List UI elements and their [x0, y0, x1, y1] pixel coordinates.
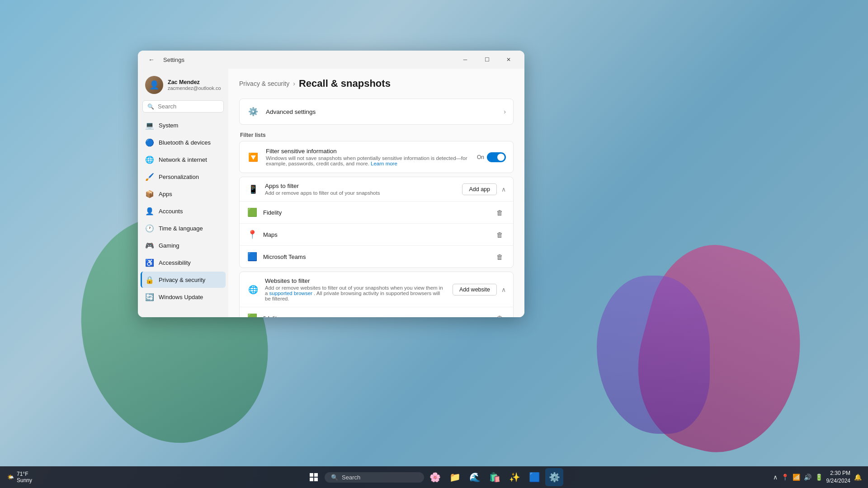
sidebar-item-label-gaming: Gaming: [159, 242, 179, 249]
apps-filter-right: Add app ∧: [462, 183, 506, 195]
filter-sensitive-subtitle: Windows will not save snapshots when pot…: [266, 155, 471, 166]
taskbar-search-box[interactable]: 🔍 Search: [325, 472, 424, 483]
sidebar-item-label-accessibility: Accessibility: [159, 259, 191, 266]
apps-filter-header[interactable]: 📱 Apps to filter Add or remove apps to f…: [240, 177, 513, 202]
delete-teams-button[interactable]: 🗑: [493, 250, 506, 263]
taskbar-copilot-icon[interactable]: ✨: [505, 468, 524, 486]
advanced-settings-row[interactable]: ⚙️ Advanced settings ›: [240, 99, 513, 124]
settings-window: ← Settings ─ ☐ ✕ 👤 Zac Mendez zacmendez@…: [138, 51, 524, 317]
apps-collapse-icon: ∧: [501, 186, 506, 193]
websites-filter-content: Websites to filter Add or remove website…: [265, 277, 447, 301]
sidebar-item-label-network: Network & internet: [159, 156, 207, 163]
taskbar-settings-icon[interactable]: ⚙️: [545, 468, 563, 486]
search-input[interactable]: [158, 103, 219, 110]
sidebar-item-system[interactable]: 💻 System: [141, 117, 226, 133]
teams-icon: 🟦: [247, 251, 258, 262]
weather-info: 71°F Sunny: [17, 471, 32, 483]
app-name-fidelity: Fidelity: [263, 209, 488, 216]
breadcrumb-separator: ›: [293, 80, 295, 87]
close-button[interactable]: ✕: [498, 52, 519, 67]
taskbar-left: 🌤️ 71°F Sunny: [0, 471, 36, 483]
filter-sensitive-title: Filter sensitive information: [266, 148, 471, 155]
user-email: zacmendez@outlook.com: [168, 85, 221, 91]
main-content: Privacy & security › Recall & snapshots …: [228, 69, 524, 317]
apps-filter-icon: 📱: [247, 183, 259, 196]
learn-more-link[interactable]: Learn more: [371, 161, 397, 166]
user-name: Zac Mendez: [168, 79, 221, 85]
breadcrumb-parent[interactable]: Privacy & security: [239, 80, 289, 87]
network-icon: 🌐: [145, 155, 154, 164]
sidebar-item-accounts[interactable]: 👤 Accounts: [141, 203, 226, 219]
sidebar-item-bluetooth[interactable]: 🔵 Bluetooth & devices: [141, 134, 226, 150]
sidebar-item-accessibility[interactable]: ♿ Accessibility: [141, 254, 226, 271]
sidebar-item-update[interactable]: 🔄 Windows Update: [141, 289, 226, 305]
sidebar-item-network[interactable]: 🌐 Network & internet: [141, 151, 226, 168]
add-app-button[interactable]: Add app: [462, 183, 497, 195]
advanced-settings-right: ›: [504, 108, 506, 115]
chevron-up-icon[interactable]: ∧: [772, 473, 778, 482]
taskbar-store-icon[interactable]: 🛍️: [486, 468, 504, 486]
sidebar-item-time[interactable]: 🕐 Time & language: [141, 220, 226, 236]
filter-sensitive-right: On: [477, 152, 506, 162]
user-section[interactable]: 👤 Zac Mendez zacmendez@outlook.com: [141, 72, 226, 99]
search-icon: 🔍: [147, 103, 154, 110]
websites-filter-header[interactable]: 🌐 Websites to filter Add or remove websi…: [240, 272, 513, 307]
weather-icon: 🌤️: [7, 474, 14, 480]
system-icon: 💻: [145, 121, 154, 130]
sidebar-search[interactable]: 🔍: [142, 100, 224, 113]
weather-widget: 🌤️ 71°F Sunny: [4, 471, 36, 483]
accounts-icon: 👤: [145, 206, 154, 216]
websites-filter-title: Websites to filter: [265, 277, 447, 284]
sidebar-item-privacy[interactable]: 🔒 Privacy & security: [141, 272, 226, 288]
taskbar-center: 🔍 Search 🌸 📁 🌊 🛍️ ✨ 🟦 ⚙️: [305, 468, 563, 486]
sidebar-item-label-time: Time & language: [159, 225, 203, 232]
gaming-icon: 🎮: [145, 241, 154, 250]
date-display: 9/24/2024: [826, 477, 850, 485]
apps-icon: 📦: [145, 189, 154, 198]
taskbar-search-icon: 🔍: [331, 474, 338, 481]
fidelity-web-icon: 🟩: [247, 313, 258, 317]
accessibility-icon: ♿: [145, 258, 154, 267]
delete-maps-button[interactable]: 🗑: [493, 228, 506, 241]
filter-lists-title: Filter lists: [239, 132, 514, 138]
window-titlebar: ← Settings ─ ☐ ✕: [138, 51, 524, 69]
add-website-button[interactable]: Add website: [453, 284, 497, 296]
filter-sensitive-content: Filter sensitive information Windows wil…: [266, 148, 471, 166]
taskbar-edge-icon[interactable]: 🌊: [466, 468, 484, 486]
weather-desc: Sunny: [17, 477, 32, 483]
user-info: Zac Mendez zacmendez@outlook.com: [168, 79, 221, 91]
advanced-settings-chevron: ›: [504, 108, 506, 115]
minimize-button[interactable]: ─: [455, 52, 476, 67]
svg-rect-2: [310, 478, 313, 481]
toggle-switch[interactable]: [487, 152, 506, 162]
taskbar-widgets-icon[interactable]: 🌸: [426, 468, 444, 486]
privacy-icon: 🔒: [145, 275, 154, 284]
svg-rect-0: [310, 473, 313, 477]
notification-icon[interactable]: 🔔: [853, 473, 863, 482]
breadcrumb: Privacy & security › Recall & snapshots: [239, 78, 514, 89]
delete-fidelity-web-button[interactable]: 🗑: [493, 312, 506, 317]
avatar: 👤: [145, 76, 163, 94]
websites-filter-card: 🌐 Websites to filter Add or remove websi…: [239, 272, 514, 317]
maximize-button[interactable]: ☐: [476, 52, 497, 67]
start-button[interactable]: [305, 468, 323, 486]
taskbar-teams-icon[interactable]: 🟦: [525, 468, 543, 486]
taskbar-files-icon[interactable]: 📁: [446, 468, 464, 486]
sidebar-item-apps[interactable]: 📦 Apps: [141, 186, 226, 202]
clock[interactable]: 2:30 PM 9/24/2024: [826, 469, 850, 485]
delete-fidelity-button[interactable]: 🗑: [493, 206, 506, 219]
sidebar-item-gaming[interactable]: 🎮 Gaming: [141, 237, 226, 253]
back-button[interactable]: ←: [145, 53, 158, 66]
supported-browser-link[interactable]: supported browser: [269, 291, 312, 296]
apps-filter-subtitle: Add or remove apps to filter out of your…: [265, 190, 457, 196]
sidebar-item-personalization[interactable]: 🖌️ Personalization: [141, 169, 226, 185]
volume-icon[interactable]: 🔊: [803, 473, 812, 482]
advanced-settings-icon: ⚙️: [247, 105, 259, 118]
window-body: 👤 Zac Mendez zacmendez@outlook.com 🔍 💻 S…: [138, 69, 524, 317]
sidebar: 👤 Zac Mendez zacmendez@outlook.com 🔍 💻 S…: [138, 69, 228, 317]
app-item-teams: 🟦 Microsoft Teams 🗑: [240, 246, 513, 267]
websites-collapse-icon: ∧: [501, 286, 506, 293]
sidebar-item-label-personalization: Personalization: [159, 174, 199, 180]
apps-filter-card: 📱 Apps to filter Add or remove apps to f…: [239, 177, 514, 268]
wifi-icon[interactable]: 📶: [792, 473, 801, 482]
